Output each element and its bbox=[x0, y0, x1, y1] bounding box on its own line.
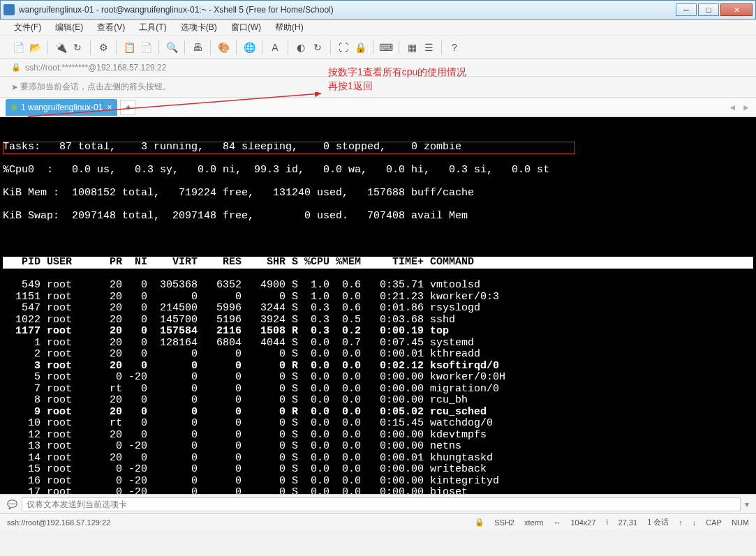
new-session-icon[interactable]: 📄 bbox=[11, 40, 25, 54]
menubar: 文件(F) 编辑(E) 查看(V) 工具(T) 选项卡(B) 窗口(W) 帮助(… bbox=[0, 20, 756, 36]
process-header: PID USER PR NI VIRT RES SHR S %CPU %MEM … bbox=[3, 257, 753, 269]
process-row: 5 root 0 -20 0 0 0 S 0.0 0.0 0:00.00 kwo… bbox=[3, 372, 753, 384]
tab-label: 1 wangruifenglinux-01 bbox=[21, 103, 103, 112]
reconnect-icon[interactable]: ↻ bbox=[71, 40, 84, 54]
process-row: 16 root 0 -20 0 0 0 S 0.0 0.0 0:00.00 ki… bbox=[3, 476, 753, 488]
font-icon[interactable]: A bbox=[268, 40, 282, 54]
menu-edit[interactable]: 编辑(E) bbox=[52, 20, 86, 35]
tab-nav: ◄ ► bbox=[728, 103, 750, 112]
menu-help[interactable]: 帮助(H) bbox=[272, 20, 306, 35]
fullscreen-icon[interactable]: ⛶ bbox=[336, 40, 350, 54]
separator bbox=[399, 40, 399, 54]
status-sessions: 1 会话 bbox=[647, 517, 669, 527]
maximize-button[interactable]: □ bbox=[698, 3, 719, 16]
blank-line bbox=[3, 234, 753, 246]
toolbar: 📄 📂 🔌 ↻ ⚙ 📋 📄 🔍 🖶 🎨 🌐 A ◐ ↻ ⛶ 🔒 ⌨ ▦ ☰ ? bbox=[0, 36, 756, 59]
connect-icon[interactable]: 🔌 bbox=[54, 40, 68, 54]
mem-line: KiB Mem : 1008152 total, 719224 free, 13… bbox=[3, 188, 753, 200]
tab-next-icon[interactable]: ► bbox=[742, 103, 750, 112]
separator bbox=[210, 40, 211, 54]
status-down-icon[interactable]: ↓ bbox=[692, 518, 697, 527]
separator bbox=[184, 40, 185, 54]
separator bbox=[236, 40, 237, 54]
menu-tools[interactable]: 工具(T) bbox=[136, 20, 169, 35]
process-row: 15 root 0 -20 0 0 0 S 0.0 0.0 0:00.00 wr… bbox=[3, 464, 753, 476]
hint-arrow-icon[interactable]: ➤ bbox=[11, 82, 18, 92]
separator bbox=[441, 40, 442, 54]
status-up-icon[interactable]: ↑ bbox=[679, 518, 683, 527]
annotation-line1: 按数字1查看所有cpu的使用情况 bbox=[328, 66, 466, 80]
process-row: 3 root 20 0 0 0 0 R 0.0 0.0 0:02.12 ksof… bbox=[3, 361, 753, 373]
compose-menu-icon[interactable]: ▾ bbox=[745, 499, 749, 509]
app-icon bbox=[3, 4, 15, 15]
script-icon[interactable]: ◐ bbox=[294, 40, 308, 54]
menu-file[interactable]: 文件(F) bbox=[11, 20, 44, 35]
refresh-icon[interactable]: ↻ bbox=[311, 40, 325, 54]
process-row: 7 root rt 0 0 0 0 S 0.0 0.0 0:00.00 migr… bbox=[3, 384, 753, 396]
layout-icon[interactable]: ▦ bbox=[405, 40, 419, 54]
separator bbox=[288, 40, 288, 54]
process-row: 13 root 0 -20 0 0 0 S 0.0 0.0 0:00.00 ne… bbox=[3, 441, 753, 453]
process-row: 2 root 20 0 0 0 0 S 0.0 0.0 0:00.01 kthr… bbox=[3, 349, 753, 361]
properties-icon[interactable]: ⚙ bbox=[96, 40, 110, 54]
window-controls: ─ □ ✕ bbox=[676, 3, 753, 16]
annotation-text: 按数字1查看所有cpu的使用情况 再按1返回 bbox=[328, 66, 466, 93]
minimize-button[interactable]: ─ bbox=[676, 3, 697, 16]
process-row: 547 root 20 0 214500 5996 3244 S 0.3 0.6… bbox=[3, 303, 753, 315]
address-text[interactable]: ssh://root:********@192.168.57.129:22 bbox=[25, 63, 166, 73]
separator bbox=[116, 40, 117, 54]
keyboard-icon[interactable]: ⌨ bbox=[379, 40, 393, 54]
tab-prev-icon[interactable]: ◄ bbox=[728, 103, 736, 112]
process-row: 8 root 20 0 0 0 0 S 0.0 0.0 0:00.00 rcu_… bbox=[3, 395, 753, 407]
window-title: wangruifenglinux-01 - root@wangruifengli… bbox=[19, 5, 676, 15]
process-row: 1 root 20 0 128164 6804 4044 S 0.0 0.7 0… bbox=[3, 338, 753, 350]
session-tab[interactable]: 1 wangruifenglinux-01 × bbox=[6, 99, 117, 116]
tab-close-icon[interactable]: × bbox=[107, 103, 112, 112]
compose-bar: 💬 ▾ bbox=[0, 494, 756, 513]
separator bbox=[373, 40, 373, 54]
add-tab-button[interactable]: + bbox=[120, 100, 135, 115]
compose-input[interactable] bbox=[22, 497, 741, 511]
menu-window[interactable]: 窗口(W) bbox=[228, 20, 264, 35]
help-icon[interactable]: ? bbox=[447, 40, 461, 54]
globe-icon[interactable]: 🌐 bbox=[242, 40, 256, 54]
status-bar: ssh://root@192.168.57.129:22 🔒 SSH2 xter… bbox=[0, 513, 756, 530]
find-icon[interactable]: 🔍 bbox=[165, 40, 179, 54]
open-icon[interactable]: 📂 bbox=[28, 40, 42, 54]
status-size-icon: ↔ bbox=[554, 518, 561, 527]
lock-icon[interactable]: 🔒 bbox=[353, 40, 367, 54]
print-icon[interactable]: 🖶 bbox=[191, 40, 205, 54]
status-pos: 27,31 bbox=[618, 518, 638, 527]
window-titlebar: wangruifenglinux-01 - root@wangruifengli… bbox=[0, 0, 756, 20]
terminal[interactable]: Tasks: 87 total, 3 running, 84 sleeping,… bbox=[0, 117, 756, 494]
menu-view[interactable]: 查看(V) bbox=[94, 20, 128, 35]
process-row: 9 root 20 0 0 0 0 R 0.0 0.0 0:05.02 rcu_… bbox=[3, 407, 753, 419]
process-list: 549 root 20 0 305368 6352 4900 S 1.0 0.6… bbox=[3, 280, 753, 494]
process-row: 10 root rt 0 0 0 0 S 0.0 0.0 0:15.45 wat… bbox=[3, 418, 753, 430]
status-num: NUM bbox=[732, 518, 749, 527]
paste-icon[interactable]: 📄 bbox=[139, 40, 153, 54]
menu-tabs[interactable]: 选项卡(B) bbox=[178, 20, 220, 35]
list-icon[interactable]: ☰ bbox=[422, 40, 436, 54]
tab-bar: 按数字1查看所有cpu的使用情况 再按1返回 1 wangruifenglinu… bbox=[0, 98, 756, 117]
process-row: 14 root 20 0 0 0 0 S 0.0 0.0 0:00.01 khu… bbox=[3, 453, 753, 465]
hint-text: 要添加当前会话，点击左侧的箭头按钮。 bbox=[20, 81, 171, 93]
process-row: 549 root 20 0 305368 6352 4900 S 1.0 0.6… bbox=[3, 280, 753, 292]
status-lock-icon: 🔒 bbox=[475, 518, 484, 527]
process-row: 12 root 20 0 0 0 0 S 0.0 0.0 0:00.00 kde… bbox=[3, 430, 753, 442]
separator bbox=[158, 40, 159, 54]
status-dot-icon bbox=[11, 105, 17, 110]
swap-line: KiB Swap: 2097148 total, 2097148 free, 0… bbox=[3, 211, 753, 223]
separator bbox=[262, 40, 262, 54]
status-pos-icon: ⁞ bbox=[606, 518, 609, 527]
compose-icon[interactable]: 💬 bbox=[7, 499, 17, 509]
tasks-line: Tasks: 87 total, 3 running, 84 sleeping,… bbox=[3, 142, 753, 153]
status-ssh2: SSH2 bbox=[494, 518, 514, 527]
lock-icon: 🔒 bbox=[11, 63, 21, 72]
status-term: xterm bbox=[524, 518, 544, 527]
status-cap: CAP bbox=[706, 518, 722, 527]
process-row: 17 root 0 -20 0 0 0 S 0.0 0.0 0:00.00 bi… bbox=[3, 487, 753, 494]
close-button[interactable]: ✕ bbox=[720, 3, 753, 16]
color-icon[interactable]: 🎨 bbox=[216, 40, 230, 54]
copy-icon[interactable]: 📋 bbox=[122, 40, 136, 54]
